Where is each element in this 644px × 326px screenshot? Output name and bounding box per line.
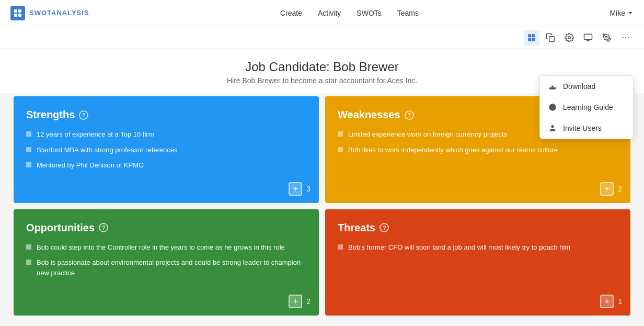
bullet-icon (338, 244, 343, 250)
opportunities-title: Opportunities (26, 222, 95, 234)
svg-rect-8 (549, 36, 555, 41)
list-item: Bob likes to work independently which go… (338, 145, 618, 155)
svg-rect-0 (14, 9, 17, 13)
settings-icon[interactable] (561, 30, 577, 46)
list-item: 12 years of experience at a Top 10 firm (26, 129, 306, 140)
toolbar: Download Learning Guide Invite Users (0, 26, 644, 49)
threats-count: 1 (618, 297, 622, 306)
weaknesses-add-button[interactable]: + (600, 182, 614, 196)
grid-view-icon[interactable] (524, 30, 539, 46)
item-text: Bob could step into the Controller role … (37, 242, 285, 253)
bullet-icon (26, 131, 31, 137)
item-text: Mentored by Phil Denison of KPMG (37, 160, 144, 171)
threats-footer: + 1 (600, 295, 622, 308)
navbar: SWOTANALYSIS Create Activity SWOTs Teams… (0, 0, 644, 26)
svg-rect-5 (532, 34, 535, 37)
bullet-icon (26, 244, 31, 250)
strengths-header: Strengths ? (26, 109, 306, 121)
bullet-icon (26, 147, 31, 152)
opportunities-count: 2 (306, 297, 310, 306)
opportunities-help-icon[interactable]: ? (99, 223, 108, 232)
svg-rect-7 (532, 38, 535, 41)
opportunities-header: Opportunities ? (26, 222, 306, 234)
bullet-icon (338, 147, 343, 152)
weaknesses-count: 2 (618, 185, 622, 193)
brand-name: SWOTANALYSIS (29, 9, 89, 17)
nav-activity[interactable]: Activity (318, 9, 341, 17)
threats-help-icon[interactable]: ? (380, 223, 389, 232)
nav-links: Create Activity SWOTs Teams (280, 9, 419, 17)
bullet-icon (26, 260, 31, 265)
svg-rect-6 (528, 38, 531, 41)
weaknesses-help-icon[interactable]: ? (405, 110, 414, 120)
weaknesses-title: Weaknesses (338, 109, 400, 121)
item-text: 12 years of experience at a Top 10 firm (37, 129, 154, 140)
bullet-icon (26, 162, 31, 167)
svg-rect-1 (18, 9, 21, 13)
threats-items: Bob's former CFO will soon land a job an… (338, 242, 618, 253)
threats-header: Threats ? (338, 222, 618, 234)
opportunities-items: Bob could step into the Controller role … (26, 242, 306, 278)
svg-point-14 (628, 37, 629, 38)
item-text: Bob likes to work independently which go… (348, 145, 558, 155)
svg-point-19 (551, 125, 554, 128)
svg-rect-4 (528, 34, 531, 37)
dropdown-menu: Download Learning Guide Invite Users (539, 75, 634, 139)
strengths-help-icon[interactable]: ? (79, 110, 88, 120)
opportunities-add-button[interactable]: + (289, 295, 302, 308)
svg-rect-10 (584, 34, 592, 40)
nav-user[interactable]: Mike (610, 9, 634, 17)
svg-point-12 (623, 37, 624, 38)
nav-create[interactable]: Create (280, 9, 302, 17)
list-item: Mentored by Phil Denison of KPMG (26, 160, 306, 171)
item-text: Bob's former CFO will soon land a job an… (348, 242, 570, 253)
strengths-add-button[interactable]: + (289, 182, 302, 196)
list-item: Bob's former CFO will soon land a job an… (338, 242, 618, 253)
copy-icon[interactable] (543, 30, 558, 46)
svg-rect-3 (18, 14, 21, 17)
nav-right: Mike (610, 9, 634, 17)
item-text: Stanford MBA with strong professor refer… (37, 145, 178, 155)
list-item: Bob could step into the Controller role … (26, 242, 306, 253)
svg-point-11 (606, 36, 607, 38)
strengths-quadrant: Strengths ? 12 years of experience at a … (14, 96, 319, 203)
brand-icon (10, 6, 25, 20)
list-item: Bob is passionate about environmental pr… (26, 257, 306, 278)
weaknesses-footer: + 2 (600, 182, 622, 196)
svg-point-9 (568, 36, 571, 39)
paint-icon[interactable] (599, 30, 615, 46)
bullet-icon (338, 131, 343, 137)
item-text: Limited experience work on foreign curre… (348, 129, 507, 140)
threats-add-button[interactable]: + (600, 295, 614, 308)
svg-rect-2 (14, 14, 17, 17)
nav-teams[interactable]: Teams (397, 9, 419, 17)
list-item: Stanford MBA with strong professor refer… (26, 145, 306, 155)
nav-swots[interactable]: SWOTs (356, 9, 381, 17)
presentation-icon[interactable] (580, 30, 596, 46)
item-text: Bob is passionate about environmental pr… (37, 257, 306, 278)
opportunities-footer: + 2 (289, 295, 310, 308)
strengths-count: 3 (306, 185, 310, 193)
learning-guide-item[interactable]: Learning Guide (540, 97, 633, 118)
threats-title: Threats (338, 222, 375, 234)
invite-users-item[interactable]: Invite Users (540, 118, 633, 139)
threats-quadrant: Threats ? Bob's former CFO will soon lan… (325, 209, 630, 316)
more-options-icon[interactable] (618, 30, 634, 46)
svg-point-13 (625, 37, 626, 38)
brand: SWOTANALYSIS (10, 6, 89, 20)
strengths-title: Strengths (26, 109, 75, 121)
download-item[interactable]: Download (540, 76, 633, 97)
opportunities-quadrant: Opportunities ? Bob could step into the … (14, 209, 319, 316)
strengths-items: 12 years of experience at a Top 10 firm … (26, 129, 306, 171)
strengths-footer: + 3 (289, 182, 310, 196)
page-title: Job Candidate: Bob Brewer (0, 60, 644, 74)
